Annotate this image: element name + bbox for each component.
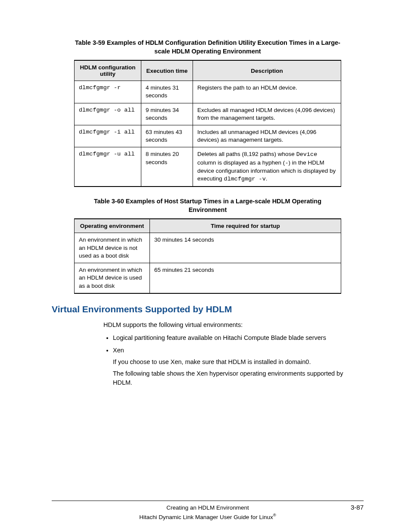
utility-cell: dlmcfgmgr -i all [75, 125, 141, 147]
sub-paragraph: The following table shows the Xen hyperv… [113, 369, 351, 387]
time-cell: 4 minutes 31 seconds [141, 81, 193, 103]
table-59-caption: Table 3-59 Examples of HDLM Configuratio… [74, 39, 341, 56]
env-cell: An environment in which an HDLM device i… [75, 263, 150, 293]
table-header: Time required for startup [150, 219, 341, 233]
page-footer: Creating an HDLM Environment Hitachi Dyn… [52, 501, 364, 520]
desc-cell: Deletes all paths (8,192 paths) whose De… [193, 147, 341, 187]
list-item: Logical partitioning feature available o… [113, 333, 351, 342]
footer-chapter: Creating an HDLM Environment [52, 504, 364, 511]
utility-cell: dlmcfgmgr -u all [75, 147, 141, 187]
time-cell: 65 minutes 21 seconds [150, 263, 341, 293]
page-number: 3-87 [351, 504, 364, 511]
table-header: Description [193, 60, 341, 81]
desc-cell: Includes all unmanaged HDLM devices (4,0… [193, 125, 341, 147]
time-cell: 8 minutes 20 seconds [141, 147, 193, 187]
footer-doc-title: Hitachi Dynamic Link Manager User Guide … [52, 513, 364, 520]
table-row: An environment in which an HDLM device i… [75, 263, 341, 293]
env-cell: An environment in which an HDLM device i… [75, 233, 150, 263]
table-60: Operating environment Time required for … [74, 218, 341, 293]
section-heading: Virtual Environments Supported by HDLM [52, 304, 364, 314]
bullet-list: Logical partitioning feature available o… [103, 333, 351, 387]
time-cell: 30 minutes 14 seconds [150, 233, 341, 263]
table-59: HDLM configuration utility Execution tim… [74, 60, 341, 187]
utility-cell: dlmcfgmgr -o all [75, 103, 141, 125]
table-header: HDLM configuration utility [75, 60, 141, 81]
time-cell: 9 minutes 34 seconds [141, 103, 193, 125]
table-row: dlmcfgmgr -o all 9 minutes 34 seconds Ex… [75, 103, 341, 125]
sub-paragraph: If you choose to use Xen, make sure that… [113, 358, 351, 367]
time-cell: 63 minutes 43 seconds [141, 125, 193, 147]
table-row: HDLM configuration utility Execution tim… [75, 60, 341, 81]
desc-cell: Registers the path to an HDLM device. [193, 81, 341, 103]
list-item: Xen If you choose to use Xen, make sure … [113, 346, 351, 387]
table-row: dlmcfgmgr -r 4 minutes 31 seconds Regist… [75, 81, 341, 103]
table-row: Operating environment Time required for … [75, 219, 341, 233]
desc-cell: Excludes all managed HDLM devices (4,096… [193, 103, 341, 125]
table-row: An environment in which an HDLM device i… [75, 233, 341, 263]
table-row: dlmcfgmgr -u all 8 minutes 20 seconds De… [75, 147, 341, 187]
intro-text: HDLM supports the following virtual envi… [103, 320, 351, 329]
table-header: Operating environment [75, 219, 150, 233]
table-header: Execution time [141, 60, 193, 81]
table-row: dlmcfgmgr -i all 63 minutes 43 seconds I… [75, 125, 341, 147]
utility-cell: dlmcfgmgr -r [75, 81, 141, 103]
table-60-caption: Table 3-60 Examples of Host Startup Time… [74, 197, 341, 214]
